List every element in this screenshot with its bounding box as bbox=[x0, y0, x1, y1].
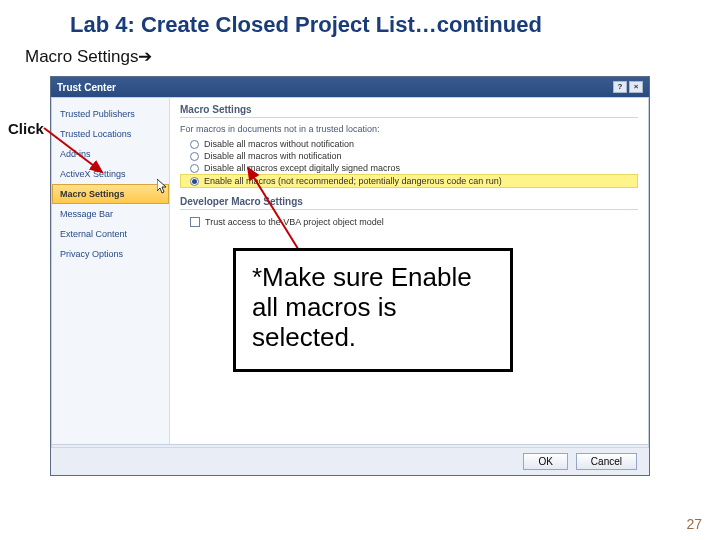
checkbox-label: Trust access to the VBA project object m… bbox=[205, 217, 384, 227]
radio-disable-except-signed[interactable]: Disable all macros except digitally sign… bbox=[180, 162, 638, 174]
sidebar-item-message-bar[interactable]: Message Bar bbox=[52, 204, 169, 224]
group-caption: For macros in documents not in a trusted… bbox=[180, 124, 638, 134]
ok-button[interactable]: OK bbox=[523, 453, 567, 470]
sidebar-item-privacy-options[interactable]: Privacy Options bbox=[52, 244, 169, 264]
instruction-callout: *Make sure Enable all macros is selected… bbox=[233, 248, 513, 372]
checkbox-icon bbox=[190, 217, 200, 227]
slide-title: Lab 4: Create Closed Project List…contin… bbox=[70, 12, 542, 38]
sidebar-item-trusted-locations[interactable]: Trusted Locations bbox=[52, 124, 169, 144]
radio-label: Disable all macros with notification bbox=[204, 151, 342, 161]
dialog-footer: OK Cancel bbox=[51, 447, 649, 475]
radio-label: Disable all macros without notification bbox=[204, 139, 354, 149]
section-header-developer: Developer Macro Settings bbox=[180, 196, 638, 210]
sidebar-item-trusted-publishers[interactable]: Trusted Publishers bbox=[52, 104, 169, 124]
click-label: Click bbox=[8, 120, 44, 137]
radio-enable-all-macros[interactable]: Enable all macros (not recommended; pote… bbox=[180, 174, 638, 188]
radio-disable-no-notify[interactable]: Disable all macros without notification bbox=[180, 138, 638, 150]
radio-label: Disable all macros except digitally sign… bbox=[204, 163, 400, 173]
radio-disable-with-notify[interactable]: Disable all macros with notification bbox=[180, 150, 638, 162]
page-number: 27 bbox=[686, 516, 702, 532]
cancel-button[interactable]: Cancel bbox=[576, 453, 637, 470]
radio-icon bbox=[190, 164, 199, 173]
sidebar-item-add-ins[interactable]: Add-ins bbox=[52, 144, 169, 164]
radio-icon bbox=[190, 152, 199, 161]
help-icon[interactable]: ? bbox=[613, 81, 627, 93]
dialog-sidebar: Trusted Publishers Trusted Locations Add… bbox=[52, 98, 170, 444]
radio-icon bbox=[190, 140, 199, 149]
sidebar-item-macro-settings[interactable]: Macro Settings bbox=[52, 184, 169, 204]
subtitle-text: Macro Settings bbox=[25, 47, 138, 66]
close-icon[interactable]: × bbox=[629, 81, 643, 93]
sidebar-item-external-content[interactable]: External Content bbox=[52, 224, 169, 244]
slide-subtitle: Macro Settings➔ bbox=[25, 46, 152, 67]
radio-icon bbox=[190, 177, 199, 186]
section-header-macro-settings: Macro Settings bbox=[180, 104, 638, 118]
checkbox-trust-vba[interactable]: Trust access to the VBA project object m… bbox=[180, 216, 638, 228]
arrow-right-icon: ➔ bbox=[138, 47, 152, 66]
dialog-title: Trust Center bbox=[57, 82, 116, 93]
sidebar-item-activex-settings[interactable]: ActiveX Settings bbox=[52, 164, 169, 184]
dialog-titlebar: Trust Center ? × bbox=[51, 77, 649, 97]
radio-label: Enable all macros (not recommended; pote… bbox=[204, 176, 502, 186]
